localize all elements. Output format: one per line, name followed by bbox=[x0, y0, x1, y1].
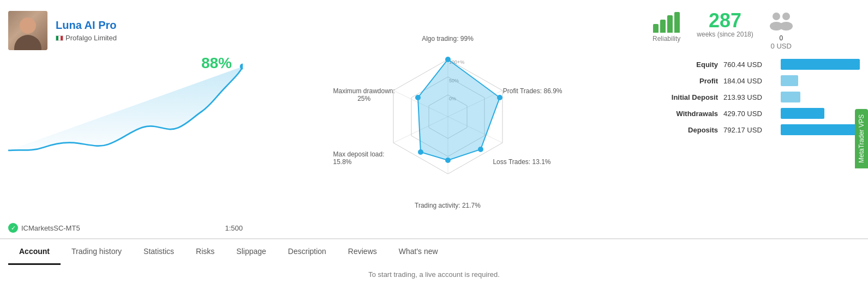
chart-area: 88% bbox=[8, 55, 243, 220]
followers-section: 0 0 USD bbox=[770, 11, 793, 50]
svg-point-15 bbox=[418, 149, 423, 155]
tab-risks[interactable]: Risks bbox=[185, 239, 225, 265]
leverage-label: 1:500 bbox=[225, 224, 243, 232]
metric-row-profit: Profit 184.04 USD bbox=[653, 75, 860, 86]
profile-area: Luna AI Pro Profalgo Limited bbox=[8, 11, 243, 50]
center-panel: Algo trading: 99% Profit Trades: 86.9% L… bbox=[248, 11, 647, 233]
metric-bar-equity bbox=[781, 59, 860, 70]
metric-row-withdrawals: Withdrawals 429.70 USD bbox=[653, 108, 860, 119]
metric-name-deposit: Initial Deposit bbox=[653, 93, 718, 101]
metric-value-equity: 760.44 USD bbox=[723, 61, 775, 69]
followers-icon bbox=[770, 11, 793, 34]
line-chart bbox=[8, 55, 243, 174]
avatar bbox=[8, 11, 47, 50]
svg-point-18 bbox=[782, 13, 790, 20]
metric-bar-container-equity bbox=[781, 59, 860, 70]
metrics-table: Equity 760.44 USD Profit 184.04 USD Init… bbox=[653, 59, 860, 141]
profile-name: Luna AI Pro bbox=[56, 19, 117, 32]
company-name: Profalgo Limited bbox=[56, 34, 117, 42]
svg-point-11 bbox=[445, 57, 451, 62]
metric-bar-container-withdrawals bbox=[781, 108, 860, 119]
tab-trading-history[interactable]: Trading history bbox=[61, 239, 133, 265]
main-container: Luna AI Pro Profalgo Limited 88% bbox=[0, 0, 868, 284]
metric-name-withdrawals: Withdrawals bbox=[653, 110, 718, 118]
reliability-section: Reliability bbox=[653, 11, 680, 43]
followers-usd: 0 USD bbox=[771, 42, 792, 50]
metric-bar-profit bbox=[781, 75, 798, 86]
avatar-image bbox=[8, 11, 47, 50]
metric-row-deposit: Initial Deposit 213.93 USD bbox=[653, 92, 860, 102]
metric-bar-deposit bbox=[781, 92, 800, 102]
broker-name: ✓ ICMarketsSC-MT5 bbox=[8, 223, 80, 233]
tab-whats-new[interactable]: What's new bbox=[388, 239, 449, 265]
metric-name-equity: Equity bbox=[653, 61, 718, 69]
metric-bar-container-profit bbox=[781, 75, 860, 86]
tab-description[interactable]: Description bbox=[277, 239, 337, 265]
right-panel: Reliability 287 weeks (since 2018) bbox=[653, 11, 860, 233]
svg-point-17 bbox=[773, 13, 780, 20]
top-section: Luna AI Pro Profalgo Limited 88% bbox=[0, 0, 868, 238]
bar-1 bbox=[653, 24, 659, 33]
metric-name-deposits: Deposits bbox=[653, 126, 718, 134]
svg-marker-10 bbox=[418, 59, 500, 160]
bar-3 bbox=[667, 15, 673, 33]
left-panel: Luna AI Pro Profalgo Limited 88% bbox=[8, 11, 243, 233]
bar-2 bbox=[660, 20, 666, 33]
svg-point-20 bbox=[780, 22, 793, 31]
weeks-number: 287 bbox=[709, 11, 741, 31]
reliability-bars bbox=[653, 11, 680, 33]
reliability-label: Reliability bbox=[653, 35, 680, 43]
svg-point-13 bbox=[478, 147, 483, 152]
percent-label: 88% bbox=[201, 55, 232, 72]
weeks-label: weeks (since 2018) bbox=[697, 31, 753, 38]
metric-value-deposit: 213.93 USD bbox=[723, 93, 775, 101]
flag-icon bbox=[56, 35, 63, 41]
radar-label-bottom: Trading activity: 21.7% bbox=[415, 202, 481, 209]
svg-point-12 bbox=[497, 95, 502, 100]
stats-header: Reliability 287 weeks (since 2018) bbox=[653, 11, 860, 50]
tabs-row: Account Trading history Statistics Risks… bbox=[8, 239, 860, 265]
profile-info: Luna AI Pro Profalgo Limited bbox=[56, 19, 117, 42]
metric-bar-deposits bbox=[781, 124, 860, 135]
metric-value-profit: 184.04 USD bbox=[723, 77, 775, 85]
verified-icon: ✓ bbox=[8, 223, 18, 233]
metric-value-withdrawals: 429.70 USD bbox=[723, 110, 775, 118]
weeks-section: 287 weeks (since 2018) bbox=[697, 11, 753, 38]
metric-bar-withdrawals bbox=[781, 108, 824, 119]
tab-account[interactable]: Account bbox=[8, 239, 61, 265]
metric-bar-container-deposit bbox=[781, 92, 860, 102]
metric-row-equity: Equity 760.44 USD bbox=[653, 59, 860, 70]
radar-label-top: Algo trading: 99% bbox=[422, 35, 474, 43]
bottom-hint: To start trading, a live account is requ… bbox=[0, 265, 868, 284]
tab-reviews[interactable]: Reviews bbox=[337, 239, 388, 265]
svg-point-16 bbox=[415, 95, 421, 100]
broker-info: ✓ ICMarketsSC-MT5 1:500 bbox=[8, 223, 243, 233]
metric-row-deposits: Deposits 792.17 USD bbox=[653, 124, 860, 135]
metric-value-deposits: 792.17 USD bbox=[723, 126, 775, 134]
broker-label: ICMarketsSC-MT5 bbox=[21, 224, 80, 232]
svg-point-14 bbox=[445, 158, 451, 163]
followers-count: 0 bbox=[779, 34, 783, 42]
tab-statistics[interactable]: Statistics bbox=[133, 239, 185, 265]
radar-container: Algo trading: 99% Profit Trades: 86.9% L… bbox=[333, 35, 562, 209]
metric-name-profit: Profit bbox=[653, 77, 718, 85]
vps-tab[interactable]: MetaTrader VPS bbox=[855, 109, 868, 168]
tabs-section: Account Trading history Statistics Risks… bbox=[0, 238, 868, 265]
metric-bar-container-deposits bbox=[781, 124, 860, 135]
tab-slippage[interactable]: Slippage bbox=[225, 239, 277, 265]
radar-svg: 100+% 50% 0% bbox=[377, 54, 519, 179]
bar-4 bbox=[674, 12, 680, 33]
